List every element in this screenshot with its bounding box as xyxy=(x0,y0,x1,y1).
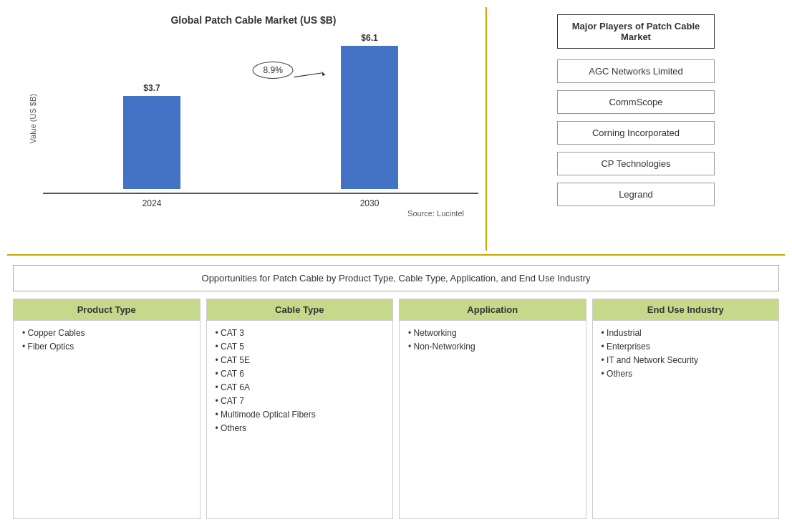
category-col-end-use: End Use Industry Industrial Enterprises … xyxy=(592,299,780,519)
bar-group-2030: $6.1 xyxy=(341,33,398,189)
bar-2030 xyxy=(341,46,398,189)
cagr-value: 8.9% xyxy=(264,65,283,75)
category-item: Copper Cables xyxy=(22,328,191,338)
category-item: Industrial xyxy=(602,328,771,338)
category-col-application: Application Networking Non-Networking xyxy=(399,299,586,519)
svg-marker-1 xyxy=(322,72,326,76)
category-item: Others xyxy=(216,423,385,433)
player-item-cp: CP Technologies xyxy=(557,152,715,175)
category-items-end-use: Industrial Enterprises IT and Network Se… xyxy=(593,321,779,386)
category-items-cable-type: CAT 3 CAT 5 CAT 5E CAT 6 CAT 6A CAT 7 Mu… xyxy=(207,321,393,440)
x-axis-labels: 2024 2030 xyxy=(43,194,478,208)
main-container: Global Patch Cable Market (US $B) Value … xyxy=(0,0,792,532)
x-label-2030: 2030 xyxy=(360,198,380,208)
category-item: CAT 6A xyxy=(216,382,385,392)
categories-row: Product Type Copper Cables Fiber Optics … xyxy=(13,299,779,519)
category-item: CAT 5 xyxy=(216,342,385,352)
players-title-box: Major Players of Patch Cable Market xyxy=(557,14,715,49)
horizontal-divider xyxy=(7,254,785,256)
x-label-2024: 2024 xyxy=(143,198,162,208)
category-item: CAT 5E xyxy=(216,355,385,365)
category-item: Others xyxy=(602,369,771,379)
category-item: Networking xyxy=(408,328,577,338)
category-item: Enterprises xyxy=(602,342,771,352)
cagr-arrow-svg xyxy=(294,70,329,84)
bar-group-2024: $3.7 xyxy=(123,83,180,189)
bar-2024 xyxy=(123,96,180,189)
category-items-product-type: Copper Cables Fiber Optics xyxy=(14,321,200,359)
player-item-legrand: Legrand xyxy=(557,183,715,206)
category-col-product-type: Product Type Copper Cables Fiber Optics xyxy=(13,299,201,519)
chart-inner: 8.9% $3.7 xyxy=(43,33,478,205)
player-item-corning: Corning Incorporated xyxy=(557,121,715,145)
category-item: CAT 3 xyxy=(216,328,385,338)
category-header-end-use: End Use Industry xyxy=(593,299,779,321)
category-col-cable-type: Cable Type CAT 3 CAT 5 CAT 5E CAT 6 CAT … xyxy=(206,299,394,519)
chart-area: Global Patch Cable Market (US $B) Value … xyxy=(7,7,487,251)
category-item: IT and Network Security xyxy=(602,355,771,365)
category-header-product-type: Product Type xyxy=(14,299,200,321)
svg-line-0 xyxy=(294,73,322,77)
player-item-agc: AGC Networks Limited xyxy=(557,59,715,83)
category-header-application: Application xyxy=(400,299,586,321)
cagr-ellipse: 8.9% xyxy=(253,62,294,79)
bars-container: 8.9% $3.7 xyxy=(43,33,478,194)
category-item: CAT 6 xyxy=(216,369,385,379)
cagr-annotation: 8.9% xyxy=(253,62,294,79)
player-item-commscope: CommScope xyxy=(557,90,715,114)
chart-wrapper: Value (US $B) 8.9% xyxy=(29,33,478,205)
top-section: Global Patch Cable Market (US $B) Value … xyxy=(7,7,785,251)
y-axis-label: Value (US $B) xyxy=(29,94,37,144)
bottom-section: Opportunities for Patch Cable by Product… xyxy=(7,259,785,525)
category-item: Fiber Optics xyxy=(22,342,191,352)
category-item: Non-Networking xyxy=(408,342,577,352)
bar-value-2030: $6.1 xyxy=(361,33,377,43)
category-item: Multimode Optical Fibers xyxy=(216,410,385,420)
players-panel: Major Players of Patch Cable Market AGC … xyxy=(487,7,785,251)
category-header-cable-type: Cable Type xyxy=(207,299,393,321)
category-item: CAT 7 xyxy=(216,396,385,406)
source-label: Source: Lucintel xyxy=(407,209,464,218)
opportunities-title: Opportunities for Patch Cable by Product… xyxy=(13,265,779,291)
chart-title: Global Patch Cable Market (US $B) xyxy=(170,14,336,26)
category-items-application: Networking Non-Networking xyxy=(400,321,586,359)
bar-value-2024: $3.7 xyxy=(143,83,160,93)
